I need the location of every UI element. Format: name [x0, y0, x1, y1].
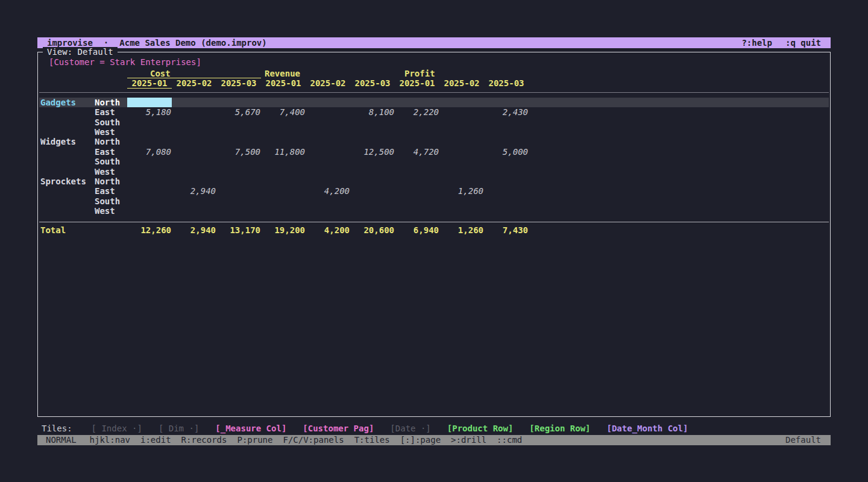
table-cell[interactable]: [216, 117, 261, 127]
table-cell[interactable]: [127, 167, 172, 177]
tile-measure-col[interactable]: [_Measure Col]: [215, 424, 286, 433]
table-cell[interactable]: 2,430: [484, 107, 529, 117]
table-cell[interactable]: [484, 98, 529, 107]
table-cell[interactable]: [172, 206, 216, 216]
tile-product-row[interactable]: [Product Row]: [447, 424, 514, 433]
table-cell[interactable]: [439, 117, 484, 127]
month-header-cell[interactable]: 2025-01: [127, 78, 172, 88]
table-cell[interactable]: [216, 98, 261, 107]
table-cell[interactable]: [350, 206, 395, 216]
month-header-cell[interactable]: 2025-03: [484, 78, 529, 88]
table-cell[interactable]: [350, 117, 395, 127]
quit-hint[interactable]: :q quit: [785, 37, 821, 48]
table-row[interactable]: East2,9404,2001,260: [39, 186, 829, 196]
table-cell[interactable]: [439, 137, 484, 146]
filter-badge[interactable]: [Customer = Stark Enterprises]: [49, 57, 829, 67]
table-cell[interactable]: [261, 167, 306, 177]
table-row[interactable]: WidgetsNorth: [39, 137, 829, 146]
table-cell[interactable]: [484, 206, 529, 216]
table-cell[interactable]: [350, 98, 395, 107]
table-cell[interactable]: [172, 157, 216, 166]
table-cell[interactable]: [439, 206, 484, 216]
table-cell[interactable]: [216, 177, 261, 186]
table-cell[interactable]: [439, 196, 484, 206]
table-cell[interactable]: [484, 157, 529, 166]
table-cell[interactable]: [306, 157, 350, 166]
table-cell[interactable]: [395, 127, 439, 137]
table-cell[interactable]: [216, 137, 261, 146]
table-cell[interactable]: [261, 196, 306, 206]
table-cell[interactable]: 5,000: [484, 147, 529, 157]
table-cell[interactable]: [172, 167, 216, 177]
table-row[interactable]: West: [39, 127, 829, 137]
table-cell[interactable]: [127, 196, 172, 206]
table-cell[interactable]: [350, 186, 395, 196]
tile-date[interactable]: [Date ·]: [390, 424, 430, 433]
table-cell[interactable]: 4,720: [395, 147, 439, 157]
table-cell[interactable]: [172, 177, 216, 186]
table-cell[interactable]: [261, 137, 306, 146]
table-cell[interactable]: [172, 117, 216, 127]
table-cell[interactable]: 1,260: [439, 186, 484, 196]
table-cell[interactable]: [172, 98, 216, 107]
table-cell[interactable]: [395, 98, 439, 107]
table-cell[interactable]: 12,500: [350, 147, 395, 157]
tile-date-month-col[interactable]: [Date_Month Col]: [607, 424, 688, 433]
table-cell[interactable]: [484, 186, 529, 196]
table-cell[interactable]: [306, 98, 350, 107]
table-cell[interactable]: [350, 127, 395, 137]
table-cell[interactable]: [127, 157, 172, 166]
table-cell[interactable]: [484, 117, 529, 127]
table-cell[interactable]: [261, 98, 306, 107]
table-cell[interactable]: [127, 137, 172, 146]
table-row[interactable]: West: [39, 167, 829, 177]
table-cell[interactable]: [216, 196, 261, 206]
month-header-cell[interactable]: 2025-02: [439, 78, 484, 88]
month-header-cell[interactable]: 2025-03: [350, 78, 395, 88]
table-cell[interactable]: [172, 147, 216, 157]
month-header-cell[interactable]: 2025-01: [261, 78, 306, 88]
table-cell[interactable]: [306, 117, 350, 127]
table-row[interactable]: West: [39, 206, 829, 216]
table-cell[interactable]: [484, 196, 529, 206]
table-cell[interactable]: [350, 196, 395, 206]
month-header-cell[interactable]: 2025-02: [172, 78, 216, 88]
table-cell[interactable]: [395, 196, 439, 206]
table-cell[interactable]: 5,670: [216, 107, 261, 117]
table-row[interactable]: South: [39, 117, 829, 127]
table-row[interactable]: South: [39, 196, 829, 206]
table-cell[interactable]: [484, 177, 529, 186]
table-cell[interactable]: [350, 137, 395, 146]
table-cell[interactable]: [261, 177, 306, 186]
table-cell[interactable]: [127, 177, 172, 186]
table-cell[interactable]: [306, 147, 350, 157]
table-cell[interactable]: [439, 98, 484, 107]
table-cell[interactable]: [484, 137, 529, 146]
table-cell[interactable]: [484, 127, 529, 137]
table-row[interactable]: SprocketsNorth: [39, 177, 829, 186]
table-row[interactable]: GadgetsNorth: [39, 98, 829, 107]
table-cell[interactable]: [306, 137, 350, 146]
table-cell[interactable]: [306, 127, 350, 137]
table-cell[interactable]: 2,940: [172, 186, 216, 196]
month-header-cell[interactable]: 2025-02: [306, 78, 350, 88]
month-header-cell[interactable]: 2025-03: [216, 78, 261, 88]
table-cell[interactable]: [395, 157, 439, 166]
table-cell[interactable]: [439, 177, 484, 186]
table-cell[interactable]: [484, 167, 529, 177]
table-cell[interactable]: [439, 157, 484, 166]
table-cell[interactable]: [261, 186, 306, 196]
table-cell[interactable]: [350, 167, 395, 177]
measure-header-profit[interactable]: Profit: [395, 69, 529, 78]
month-header-cell[interactable]: 2025-01: [395, 78, 439, 88]
tile-region-row[interactable]: [Region Row]: [529, 424, 590, 433]
table-cell[interactable]: [172, 137, 216, 146]
table-cell[interactable]: [172, 127, 216, 137]
table-cell[interactable]: 5,180: [127, 107, 172, 117]
table-cell[interactable]: 7,080: [127, 147, 172, 157]
table-row[interactable]: South: [39, 157, 829, 166]
table-cell[interactable]: [261, 206, 306, 216]
cursor-cell[interactable]: [127, 98, 172, 107]
table-cell[interactable]: [306, 196, 350, 206]
table-cell[interactable]: [127, 186, 172, 196]
